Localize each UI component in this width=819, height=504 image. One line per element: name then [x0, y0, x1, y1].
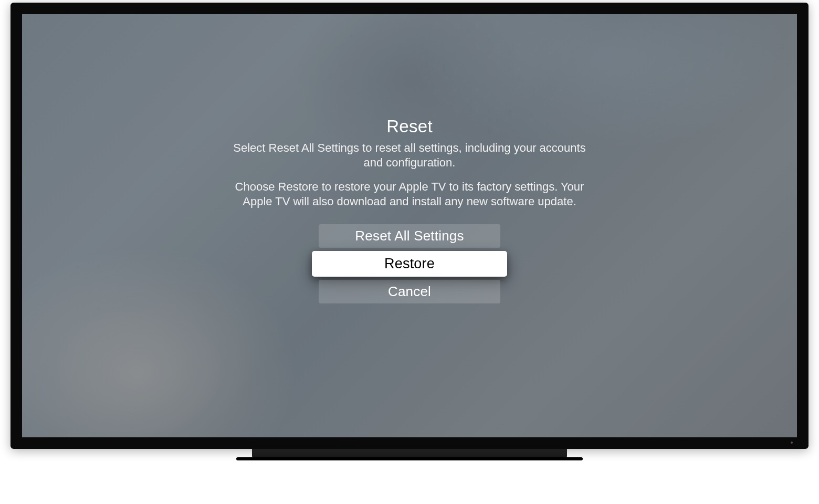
tv-screen: Reset Select Reset All Settings to reset…: [22, 14, 797, 437]
dialog-paragraph-2: Choose Restore to restore your Apple TV …: [231, 180, 588, 209]
dialog-paragraph-1: Select Reset All Settings to reset all s…: [231, 141, 588, 170]
tv-base: [236, 457, 583, 460]
reset-all-settings-button[interactable]: Reset All Settings: [319, 224, 500, 248]
tv-bezel: Reset Select Reset All Settings to reset…: [10, 3, 808, 449]
restore-button[interactable]: Restore: [312, 251, 507, 277]
tv-stand: [252, 448, 567, 457]
dialog-title: Reset: [386, 117, 433, 136]
reset-dialog: Reset Select Reset All Settings to reset…: [220, 117, 598, 303]
tv-power-led-icon: [791, 442, 793, 444]
cancel-button[interactable]: Cancel: [319, 280, 500, 303]
dialog-button-stack: Reset All Settings Restore Cancel: [312, 224, 507, 303]
